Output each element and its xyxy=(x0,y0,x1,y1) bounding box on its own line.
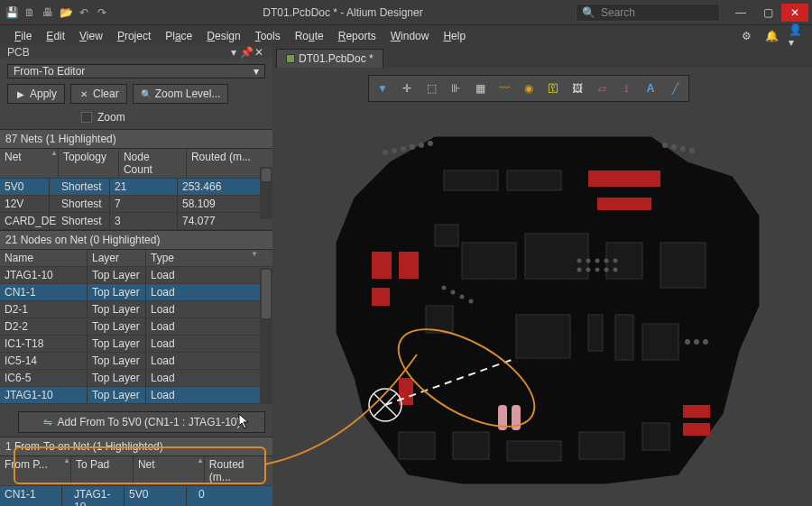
3d-icon[interactable]: ▱ xyxy=(590,78,614,99)
search-icon: 🔍 xyxy=(582,6,595,19)
pcb-viewport[interactable]: ▼ ✛ ⬚ ⊪ ▦ 〰 ◉ ⚿ 🖼 ▱ ⟟ A ╱ xyxy=(272,68,812,506)
close-button[interactable]: ✕ xyxy=(781,4,808,22)
col-ft-routed[interactable]: Routed (m... xyxy=(205,456,272,485)
svg-rect-4 xyxy=(588,170,660,187)
dimension-icon[interactable]: ⟟ xyxy=(614,78,638,99)
table-row[interactable]: JTAG1-10Top LayerLoad xyxy=(0,267,272,284)
notifications-icon[interactable]: 🔔 xyxy=(763,28,780,44)
col-net[interactable]: Net xyxy=(0,149,49,178)
svg-rect-28 xyxy=(683,423,710,436)
via-icon[interactable]: ◉ xyxy=(517,78,540,99)
tab-document[interactable]: DT01.PcbDoc * xyxy=(276,49,383,68)
selection-icon[interactable]: ⬚ xyxy=(420,78,443,99)
col-topology[interactable]: Topology xyxy=(59,149,118,178)
add-from-to-button[interactable]: ⇋ Add From To 5V0 (CN1-1 : JTAG1-10) xyxy=(18,411,265,433)
text-icon[interactable]: A xyxy=(639,78,662,99)
col-from-pad[interactable]: From P... xyxy=(0,456,61,485)
pcb-board-graphic xyxy=(309,107,778,506)
col-layer[interactable]: Layer xyxy=(88,250,145,266)
svg-point-31 xyxy=(401,146,406,152)
apply-button[interactable]: ▶Apply xyxy=(7,84,65,104)
svg-point-49 xyxy=(586,268,591,272)
panel-collapse-icon[interactable]: ▾ xyxy=(227,46,240,59)
table-row[interactable]: IC5-14Top LayerLoad xyxy=(0,353,272,370)
open-icon[interactable]: 📂 xyxy=(58,5,74,21)
minimize-button[interactable]: — xyxy=(727,4,754,22)
scrollbar[interactable] xyxy=(260,268,272,403)
save-icon[interactable]: 💾 xyxy=(4,5,20,21)
svg-rect-11 xyxy=(525,234,588,279)
menubar: File Edit View Project Place Design Tool… xyxy=(0,24,812,46)
svg-rect-22 xyxy=(399,432,435,459)
menu-place[interactable]: Place xyxy=(158,30,199,42)
maximize-button[interactable]: ▢ xyxy=(754,4,781,22)
line-icon[interactable]: ╱ xyxy=(663,78,687,99)
svg-rect-7 xyxy=(399,252,419,279)
col-ft-net[interactable]: Net xyxy=(134,456,195,485)
settings-icon[interactable]: ⚙ xyxy=(738,28,754,44)
zoom-level-button[interactable]: 🔍Zoom Level... xyxy=(133,84,229,104)
svg-rect-16 xyxy=(588,315,603,351)
mode-combo[interactable]: From-To Editor ▾ xyxy=(7,64,265,78)
save-all-icon[interactable]: 🗎 xyxy=(22,5,38,21)
menu-project[interactable]: Project xyxy=(110,30,158,42)
panel-pin-icon[interactable]: 📌 xyxy=(240,46,253,59)
search-input[interactable]: 🔍 Search xyxy=(576,4,720,22)
panel-close-icon[interactable]: ✕ xyxy=(253,46,265,59)
clear-button[interactable]: ✕Clear xyxy=(70,84,127,104)
table-row[interactable]: CARD_DE Shortest 3 74.077 xyxy=(0,213,272,230)
menu-help[interactable]: Help xyxy=(436,30,473,42)
crosshair-icon[interactable]: ✛ xyxy=(395,78,419,99)
svg-rect-14 xyxy=(426,306,453,333)
table-row[interactable]: IC1-T18Top LayerLoad xyxy=(0,336,272,353)
menu-edit[interactable]: Edit xyxy=(39,30,72,42)
pcb-doc-icon xyxy=(286,54,295,63)
table-row[interactable]: CN1-1Top LayerLoad xyxy=(0,284,272,301)
svg-rect-3 xyxy=(507,170,561,190)
fromtos-grid: From P...▲ To Pad Net▲ Routed (m... CN1-… xyxy=(0,456,272,506)
svg-point-34 xyxy=(428,141,433,146)
table-row[interactable]: CN1-1 JTAG1-10 5V0 0 xyxy=(0,486,272,506)
svg-point-52 xyxy=(614,268,618,272)
panel-header: PCB ▾ 📌 ✕ xyxy=(0,46,272,59)
undo-icon[interactable]: ↶ xyxy=(76,5,92,21)
menu-tools[interactable]: Tools xyxy=(248,30,288,42)
nodes-grid: Name Layer Type▼ JTAG1-10Top LayerLoad C… xyxy=(0,250,272,404)
svg-point-41 xyxy=(460,295,465,299)
svg-point-51 xyxy=(604,268,609,272)
scrollbar[interactable] xyxy=(260,167,272,219)
table-row[interactable]: JTAG1-10Top LayerLoad xyxy=(0,387,272,404)
filter-icon[interactable]: ▼ xyxy=(371,78,394,99)
component-icon[interactable]: ▦ xyxy=(468,78,492,99)
menu-view[interactable]: View xyxy=(72,30,110,42)
image-icon[interactable]: 🖼 xyxy=(566,78,589,99)
align-icon[interactable]: ⊪ xyxy=(444,78,467,99)
print-icon[interactable]: 🖶 xyxy=(40,5,56,21)
table-row[interactable]: 5V0 Shortest 21 253.466 xyxy=(0,179,272,196)
table-row[interactable]: D2-2Top LayerLoad xyxy=(0,318,272,336)
col-name[interactable]: Name xyxy=(0,250,87,266)
svg-rect-12 xyxy=(606,243,642,279)
zoom-checkbox[interactable] xyxy=(81,112,92,123)
col-to-pad[interactable]: To Pad xyxy=(71,456,133,485)
svg-rect-13 xyxy=(660,243,706,288)
redo-icon[interactable]: ↷ xyxy=(94,5,110,21)
col-node-count[interactable]: Node Count xyxy=(119,149,186,178)
svg-point-48 xyxy=(577,268,582,272)
menu-window[interactable]: Window xyxy=(383,30,437,42)
col-type[interactable]: Type xyxy=(146,250,249,266)
table-row[interactable]: D2-1Top LayerLoad xyxy=(0,301,272,318)
menu-file[interactable]: File xyxy=(7,30,39,42)
route-icon[interactable]: 〰 xyxy=(493,78,516,99)
svg-point-33 xyxy=(419,143,424,148)
svg-rect-18 xyxy=(642,324,678,360)
zoom-checkbox-label: Zoom xyxy=(97,111,125,124)
svg-rect-20 xyxy=(498,405,507,430)
table-row[interactable]: IC6-5Top LayerLoad xyxy=(0,370,272,387)
menu-design[interactable]: Design xyxy=(199,30,247,42)
menu-reports[interactable]: Reports xyxy=(331,30,383,42)
user-icon[interactable]: 👤▾ xyxy=(789,28,805,44)
key-icon[interactable]: ⚿ xyxy=(541,78,565,99)
table-row[interactable]: 12V Shortest 7 58.109 xyxy=(0,196,272,213)
menu-route[interactable]: Route xyxy=(288,30,331,42)
